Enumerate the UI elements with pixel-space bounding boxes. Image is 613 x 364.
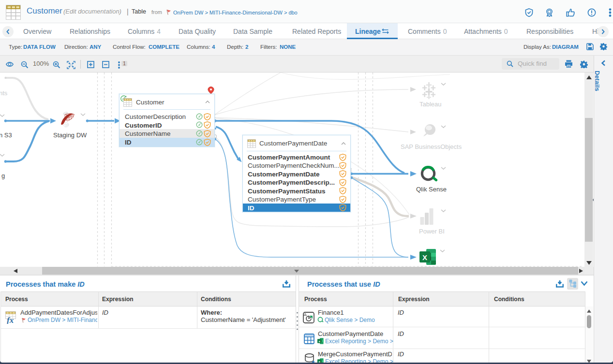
svg-text:X: X [422,253,427,262]
svg-text:fx: fx [7,316,14,324]
